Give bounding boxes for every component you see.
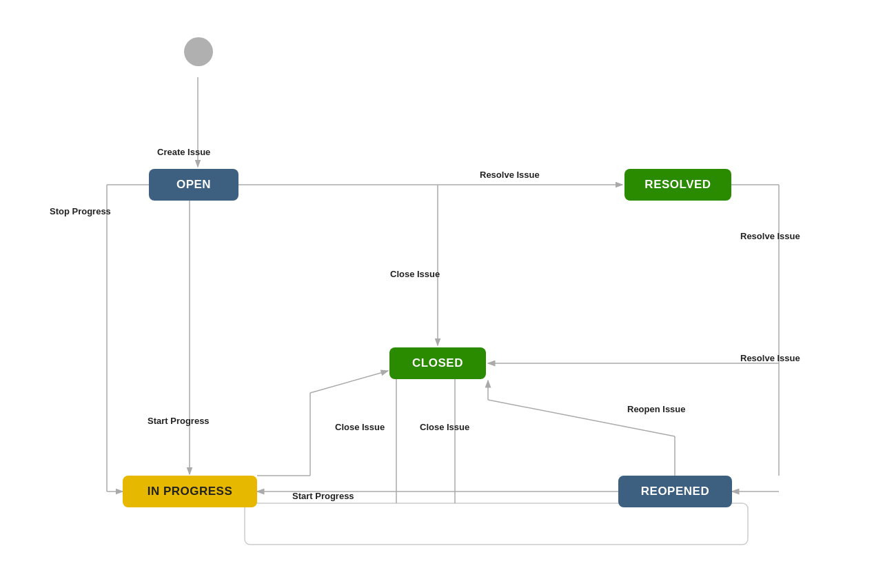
label-start-progress-2: Start Progress: [292, 491, 354, 501]
label-stop-progress: Stop Progress: [50, 206, 111, 216]
svg-rect-21: [245, 503, 748, 545]
start-circle: [184, 37, 213, 66]
label-close-issue-1: Close Issue: [390, 269, 440, 279]
svg-line-16: [310, 371, 388, 393]
state-open: OPEN: [149, 169, 238, 201]
state-closed: CLOSED: [389, 347, 486, 379]
label-close-issue-2: Close Issue: [335, 422, 385, 432]
label-resolve-issue-2: Resolve Issue: [740, 231, 800, 241]
label-resolve-issue-3: Resolve Issue: [740, 353, 800, 363]
label-reopen-issue: Reopen Issue: [627, 404, 686, 414]
label-start-progress-1: Start Progress: [148, 416, 210, 426]
label-close-issue-3: Close Issue: [420, 422, 469, 432]
label-create-issue: Create Issue: [157, 147, 210, 157]
diagram-container: OPEN RESOLVED CLOSED IN PROGRESS REOPENE…: [0, 0, 874, 588]
state-resolved: RESOLVED: [624, 169, 731, 201]
state-reopened: REOPENED: [618, 476, 732, 507]
label-resolve-issue-1: Resolve Issue: [480, 170, 540, 180]
state-in-progress: IN PROGRESS: [123, 476, 257, 507]
